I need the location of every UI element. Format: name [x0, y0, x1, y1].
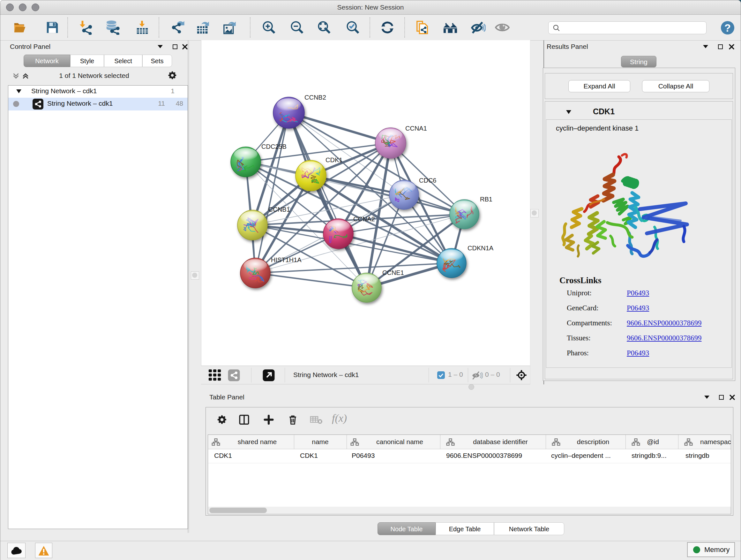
svg-text:CDC25B: CDC25B	[261, 143, 286, 150]
svg-text:CDC6: CDC6	[419, 177, 436, 184]
svg-text:RB1: RB1	[480, 196, 492, 203]
svg-text:CDKN1A: CDKN1A	[468, 245, 494, 252]
svg-text:CCNA1: CCNA1	[405, 125, 427, 132]
svg-text:CDK1: CDK1	[326, 157, 342, 164]
svg-text:CCNE1: CCNE1	[382, 269, 404, 276]
svg-text:CCNB2: CCNB2	[305, 94, 326, 101]
svg-text:?: ?	[724, 22, 731, 34]
svg-text:CCNA2: CCNA2	[353, 215, 375, 223]
svg-text:CCNB1: CCNB1	[268, 206, 290, 213]
svg-text:HIST1H1A: HIST1H1A	[271, 256, 301, 263]
